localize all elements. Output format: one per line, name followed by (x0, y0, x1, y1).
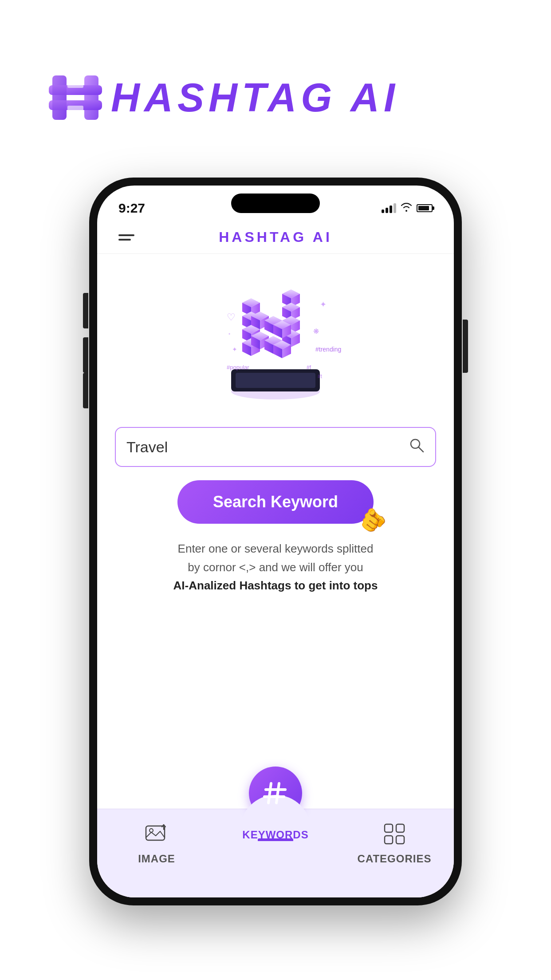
svg-rect-5 (67, 106, 83, 112)
status-time: 9:27 (118, 201, 145, 216)
svg-rect-4 (67, 82, 83, 88)
phone-bottom-nav: IMAGE KEYWORDS (97, 809, 454, 897)
svg-rect-70 (385, 824, 393, 832)
search-input[interactable] (126, 439, 409, 456)
svg-text:❋: ❋ (313, 328, 319, 335)
hamburger-menu-icon[interactable] (118, 234, 134, 241)
search-keyword-button[interactable]: Search Keyword 🫵 (177, 480, 374, 524)
svg-rect-1 (84, 75, 98, 120)
svg-line-67 (276, 783, 279, 803)
svg-rect-9 (236, 373, 315, 388)
svg-text:#f: #f (307, 364, 311, 371)
svg-text:#trending: #trending (315, 346, 341, 353)
battery-icon (417, 204, 433, 212)
wifi-icon (401, 202, 412, 214)
signal-icon (382, 203, 396, 213)
svg-line-62 (419, 447, 423, 452)
svg-rect-71 (396, 824, 404, 832)
svg-text:•: • (228, 331, 230, 337)
svg-rect-73 (396, 836, 404, 844)
phone-screen: 9:27 (97, 186, 454, 897)
hashtag-center-button[interactable] (249, 767, 302, 820)
image-tab-icon (142, 820, 171, 848)
svg-text:#popular: #popular (227, 364, 249, 371)
tab-image[interactable]: IMAGE (97, 820, 216, 865)
hero-illustration: ♡ ✦ ❋ ✦ • #trending #popular #f #t (200, 263, 351, 414)
tab-categories[interactable]: CATEGORIES (335, 820, 454, 865)
search-glass-icon (409, 437, 425, 457)
svg-point-64 (150, 829, 153, 832)
phone-mockup-wrapper: 9:27 (0, 178, 551, 905)
svg-text:#t: #t (318, 373, 323, 379)
phone-navbar: HASHTAG AI (97, 221, 454, 254)
categories-tab-label: CATEGORIES (358, 853, 432, 865)
keywords-tab-active-bar (258, 838, 293, 841)
svg-text:♡: ♡ (227, 312, 236, 323)
svg-text:✦: ✦ (232, 346, 237, 353)
phone-content-area: ♡ ✦ ❋ ✦ • #trending #popular #f #t (97, 254, 454, 809)
app-name-text: HASHTAG AI (111, 75, 399, 121)
svg-text:✦: ✦ (320, 300, 327, 309)
status-icons (382, 202, 433, 214)
cursor-hand-icon: 🫵 (357, 505, 389, 535)
dynamic-island (231, 194, 320, 213)
top-logo-area: HASHTAG AI (0, 0, 551, 133)
image-tab-label: IMAGE (138, 853, 175, 865)
categories-tab-icon (380, 820, 409, 848)
app-logo-icon (40, 62, 111, 133)
svg-point-61 (411, 439, 420, 448)
svg-rect-6 (52, 75, 67, 120)
tab-keywords[interactable]: KEYWORDS (216, 793, 335, 841)
phone-status-bar: 9:27 (97, 186, 454, 221)
svg-line-66 (268, 783, 271, 803)
helper-text: Enter one or several keywords splitted b… (173, 540, 378, 595)
phone-outer-frame: 9:27 (89, 178, 462, 905)
search-input-container (115, 427, 436, 467)
phone-app-title: HASHTAG AI (134, 229, 417, 245)
svg-rect-72 (385, 836, 393, 844)
